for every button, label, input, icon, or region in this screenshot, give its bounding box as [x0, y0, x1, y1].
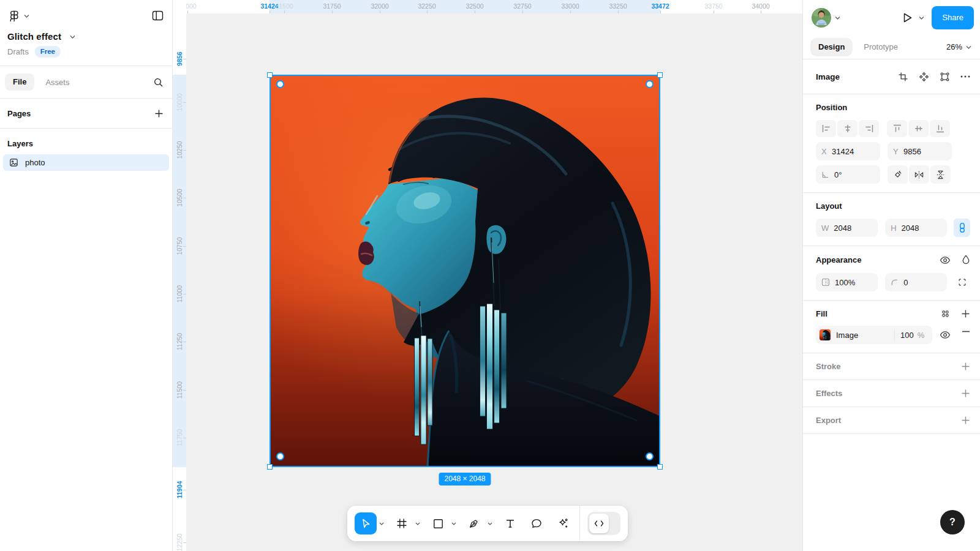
comment-tool-button[interactable]: [526, 512, 548, 534]
toolbar: [347, 506, 628, 541]
x-field-prefix: X: [821, 147, 827, 156]
layer-item-photo[interactable]: photo: [3, 154, 169, 171]
avatar-chevron-icon[interactable]: [835, 16, 840, 20]
add-page-icon[interactable]: [154, 109, 164, 118]
figma-app: Glitch effect Drafts Free File Assets Pa…: [0, 0, 980, 551]
panel-tabs: Design Prototype 26%: [803, 35, 980, 59]
ruler-tick: [660, 10, 661, 13]
rectangle-tool-button[interactable]: [427, 512, 449, 534]
align-left-icon[interactable]: [816, 120, 836, 137]
selected-image-object[interactable]: [270, 75, 660, 467]
add-export-icon[interactable]: [961, 416, 970, 425]
present-play-icon[interactable]: [900, 10, 915, 26]
toolbar-divider: [579, 506, 580, 541]
export-label: Export: [816, 416, 841, 425]
remove-fill-icon[interactable]: [962, 331, 970, 339]
frame-tool-chevron-icon[interactable]: [413, 512, 423, 534]
actions-tool-button[interactable]: [552, 512, 574, 534]
position-section: Position: [803, 94, 980, 193]
zoom-level-dropdown[interactable]: 26%: [946, 42, 971, 51]
ruler-label: 34000: [752, 2, 769, 10]
corner-radius-field[interactable]: 0: [885, 273, 947, 291]
canvas[interactable]: 3100031424315003175032000322503250032750…: [173, 0, 802, 551]
dev-mode-toggle[interactable]: [587, 512, 620, 535]
toggle-sidebar-icon[interactable]: [152, 10, 164, 21]
text-tool-button[interactable]: [499, 512, 521, 534]
dev-mode-icon: [589, 514, 609, 533]
ruler-label: 31750: [323, 2, 341, 10]
move-tool-chevron-icon[interactable]: [377, 512, 386, 534]
figma-logo-icon[interactable]: [9, 10, 20, 21]
fill-visibility-eye-icon[interactable]: [940, 331, 951, 339]
alignment-row: [816, 120, 970, 137]
fill-image-thumbnail[interactable]: [819, 329, 831, 341]
flip-vertical-icon[interactable]: [930, 165, 951, 184]
align-bottom-icon[interactable]: [930, 120, 950, 137]
x-position-field[interactable]: X 31424: [816, 142, 880, 160]
frame-tool-button[interactable]: [391, 512, 413, 534]
zoom-level-value: 26%: [946, 42, 962, 51]
search-icon[interactable]: [153, 77, 164, 88]
height-field[interactable]: H 2048: [885, 219, 947, 237]
flip-horizontal-icon[interactable]: [909, 165, 929, 184]
rotate-90-icon[interactable]: [888, 165, 908, 184]
ruler-tick: [183, 490, 186, 490]
pen-tool-chevron-icon[interactable]: [485, 512, 495, 534]
add-effect-icon[interactable]: [961, 389, 970, 398]
add-fill-icon[interactable]: [961, 309, 970, 318]
fill-type: Image: [836, 331, 858, 340]
tab-prototype[interactable]: Prototype: [864, 42, 898, 51]
align-horizontal-center-icon[interactable]: [837, 120, 858, 137]
width-field[interactable]: W 2048: [816, 219, 878, 237]
help-button[interactable]: ?: [940, 510, 965, 534]
tab-file[interactable]: File: [5, 73, 34, 91]
styles-icon[interactable]: [941, 309, 950, 318]
chevron-down-icon[interactable]: [70, 35, 75, 39]
ruler-label: 10250: [176, 141, 183, 159]
ruler-label: 10000: [176, 93, 183, 111]
move-tool-button[interactable]: [355, 512, 377, 534]
tab-design[interactable]: Design: [810, 38, 853, 56]
ruler-tick: [284, 10, 285, 13]
blend-mode-icon[interactable]: [962, 255, 970, 265]
y-position-field[interactable]: Y 9856: [888, 142, 952, 160]
file-location[interactable]: Drafts: [7, 47, 29, 56]
fill-value-pill[interactable]: Image 100 %: [816, 326, 932, 344]
rectangle-tool-chevron-icon[interactable]: [449, 512, 459, 534]
fill-opacity-value[interactable]: 100: [900, 331, 914, 340]
vertical-ruler-selection-highlight: [173, 75, 186, 467]
ruler-tick: [183, 294, 186, 294]
corner-radius-icon: [891, 279, 899, 287]
avatar[interactable]: [812, 8, 831, 28]
height-prefix: H: [891, 223, 896, 233]
constrain-proportions-icon[interactable]: [954, 219, 970, 237]
ruler-tick: [183, 342, 186, 342]
present-options-chevron-icon[interactable]: [919, 16, 924, 20]
file-name[interactable]: Glitch effect: [7, 31, 61, 42]
add-stroke-icon[interactable]: [961, 362, 970, 371]
fill-row: Image 100 %: [816, 326, 970, 344]
align-vertical-center-icon[interactable]: [908, 120, 929, 137]
layers-header-row: Layers: [0, 129, 172, 153]
ruler-label: 33000: [561, 2, 579, 10]
crop-icon[interactable]: [898, 72, 908, 82]
right-panel: Share Design Prototype 26% Image: [802, 0, 980, 551]
edit-object-icon[interactable]: [940, 72, 950, 82]
pen-tool-button[interactable]: [463, 512, 485, 534]
share-button[interactable]: Share: [932, 6, 974, 29]
ruler-label: 33250: [609, 2, 627, 10]
ruler-label: 32750: [513, 2, 531, 10]
stroke-label: Stroke: [816, 362, 840, 371]
expand-icon[interactable]: [954, 273, 970, 291]
more-options-icon[interactable]: [960, 75, 970, 78]
ruler-tick: [183, 246, 186, 247]
ruler-tick: [522, 10, 523, 13]
align-right-icon[interactable]: [859, 120, 879, 137]
rotation-field[interactable]: 0°: [816, 165, 880, 184]
component-icon[interactable]: [919, 72, 929, 82]
tab-assets[interactable]: Assets: [45, 78, 69, 87]
align-top-icon[interactable]: [887, 120, 907, 137]
visibility-eye-icon[interactable]: [940, 256, 951, 264]
chevron-down-icon[interactable]: [24, 14, 29, 18]
opacity-field[interactable]: 100%: [816, 273, 878, 291]
